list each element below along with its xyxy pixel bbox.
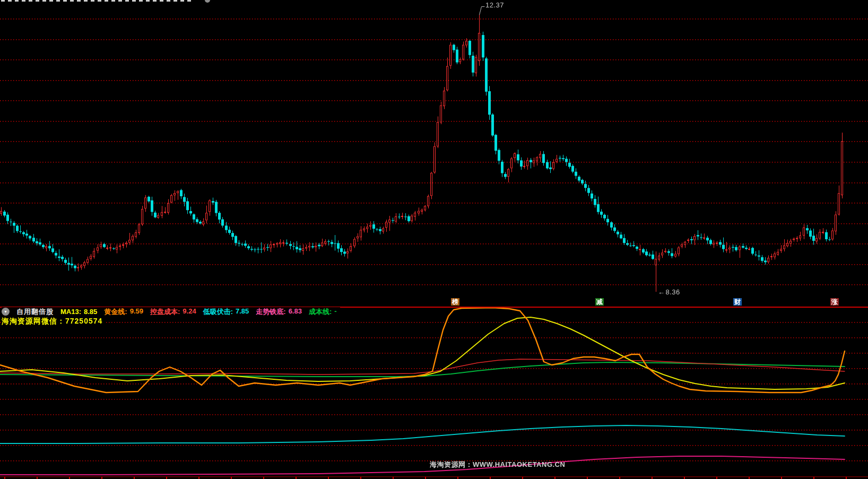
high-price-value: 12.37 xyxy=(485,1,504,9)
param-zoushitiedi: 走势铁底:6.83 xyxy=(256,307,302,317)
indicator-header: ▼ 自用翻倍股 MA13:8.85 黄金线:9.59 控盘成本:9.24 低吸伏… xyxy=(2,307,340,316)
param-dixifuji: 低吸伏击:7.85 xyxy=(203,307,249,317)
signal-marker-zhang: 涨 xyxy=(830,298,839,306)
signal-marker-cai: 财 xyxy=(733,298,742,306)
site-watermark: 海淘资源网：WWW.HAITAOKETANG.CN xyxy=(430,460,565,469)
low-price-annotation: ←8.36 xyxy=(658,289,680,296)
param-huangjinxian: 黄金线:9.59 xyxy=(104,307,143,317)
indicator-title: 自用翻倍股 xyxy=(16,307,54,317)
clipped-titlebar-text xyxy=(1,0,193,2)
indicator-chart-canvas xyxy=(0,307,868,479)
candlestick-chart-canvas xyxy=(0,0,868,307)
param-kongpanchengben: 控盘成本:9.24 xyxy=(150,307,196,317)
high-price-annotation: 12.37 xyxy=(485,2,504,9)
left-arrow-icon: ← xyxy=(658,288,665,296)
stock-chart-screen: 12.37 ←8.36 榜 减 财 涨 ▼ 自用翻倍股 MA13:8.85 黄金… xyxy=(0,0,868,479)
signal-marker-jian: 减 xyxy=(595,298,604,306)
low-price-value: 8.36 xyxy=(666,288,680,296)
collapse-chevron-icon[interactable]: ▼ xyxy=(2,308,10,316)
chevron-down-glyph: ▼ xyxy=(4,310,7,313)
wechat-note: 海淘资源网微信：77250574 xyxy=(2,317,105,326)
signal-marker-bang: 榜 xyxy=(451,298,459,306)
param-chengbenxian: 成本线:- xyxy=(309,307,337,317)
param-ma13: MA13:8.85 xyxy=(60,308,97,316)
